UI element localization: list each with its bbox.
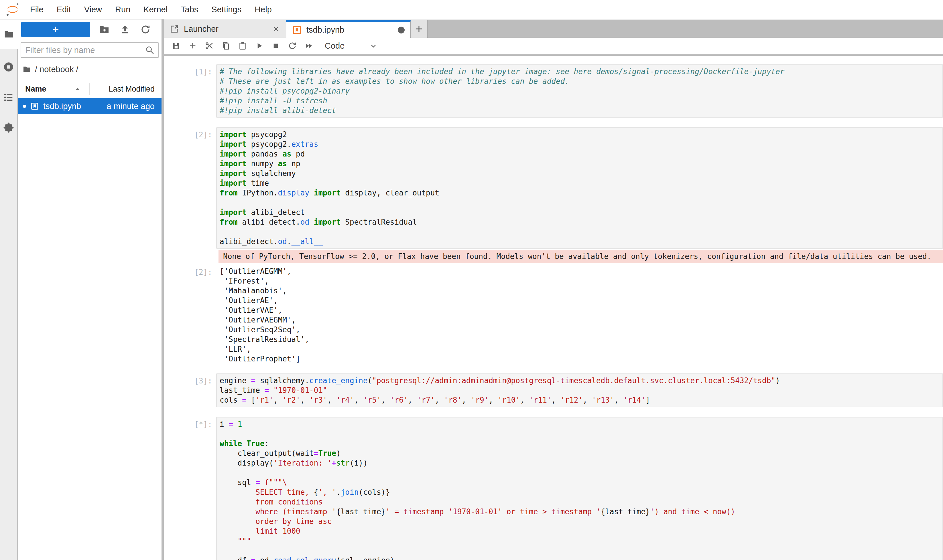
sidebar-tab-running-sessions[interactable] — [0, 52, 17, 82]
restart-run-all-button[interactable] — [301, 38, 317, 53]
menu-item-help[interactable]: Help — [248, 5, 278, 14]
output-lines: ['OutlierAEGMM', 'IForest', 'Mahalanobis… — [220, 266, 941, 364]
code-line: clear_output(wait=True) — [220, 448, 940, 458]
chevron-down-icon — [369, 42, 378, 50]
code-line: # The following libraries have already b… — [220, 67, 940, 76]
close-tab-icon[interactable] — [272, 25, 280, 33]
tab-bar: Launcher tsdb.ipynb — [164, 20, 943, 38]
menu-item-kernel[interactable]: Kernel — [137, 5, 174, 14]
code-cell: [2]:import psycopg2import psycopg2.extra… — [166, 127, 943, 249]
list-icon — [3, 92, 14, 103]
tab-label: Launcher — [184, 24, 219, 34]
code-line: while True: — [220, 438, 940, 448]
output-line: 'SpectralResidual', — [220, 334, 941, 344]
menu-bar: File Edit View Run Kernel Tabs Settings … — [0, 0, 943, 20]
file-filter-input[interactable] — [25, 45, 145, 55]
code-line: # These are just left in as examples to … — [220, 76, 940, 86]
add-cell-button[interactable] — [184, 38, 201, 53]
sidebar-splitter[interactable] — [162, 20, 164, 560]
code-line: from conditions — [220, 497, 940, 507]
code-line: i = 1 — [220, 419, 940, 429]
code-cell-editor[interactable]: # The following libraries have already b… — [216, 65, 943, 118]
output-line: 'OutlierVAE', — [220, 305, 941, 315]
left-sidebar-tabs — [0, 20, 18, 560]
menu-item-view[interactable]: View — [77, 5, 108, 14]
tab-launcher[interactable]: Launcher — [164, 20, 286, 38]
main-area: Launcher tsdb.ipynb — [164, 20, 943, 560]
notebook-cells: [1]:# The following libraries have alrea… — [164, 56, 943, 560]
copy-cells-button[interactable] — [218, 38, 234, 53]
folder-icon — [3, 29, 14, 40]
code-cell-editor[interactable]: import psycopg2import psycopg2.extrasimp… — [216, 127, 943, 249]
code-line: cols = ['r1', 'r2', 'r3', 'r4', 'r5', 'r… — [220, 395, 940, 405]
code-editor-lines: import psycopg2import psycopg2.extrasimp… — [220, 130, 940, 246]
code-editor-lines: engine = sqlalchemy.create_engine("postg… — [220, 376, 940, 405]
search-icon — [145, 45, 154, 55]
refresh-button[interactable] — [139, 23, 152, 36]
stop-circle-icon — [3, 61, 14, 73]
paste-cells-button[interactable] — [234, 38, 251, 53]
code-cell: [1]:# The following libraries have alrea… — [166, 65, 943, 118]
output-line: 'LLR', — [220, 344, 941, 354]
puzzle-icon — [3, 122, 14, 133]
notebook-file-icon — [30, 102, 39, 111]
output-stderr: None of PyTorch, TensorFlow >= 2.0, or F… — [219, 250, 943, 263]
menu-item-file[interactable]: File — [23, 5, 50, 14]
code-editor-lines: i = 1 while True: clear_output(wait=True… — [220, 419, 940, 560]
code-line: alibi_detect.od.__all__ — [220, 237, 940, 246]
new-folder-button[interactable] — [98, 23, 111, 36]
column-header-name[interactable]: Name — [25, 85, 46, 94]
code-line: #!pip install alibi-detect — [220, 106, 940, 115]
code-line — [220, 227, 940, 237]
code-line: #!pip install -U tsfresh — [220, 96, 940, 106]
column-header-last-modified[interactable]: Last Modified — [108, 85, 154, 94]
notebook-scroll-area[interactable]: [1]:# The following libraries have alrea… — [164, 56, 943, 560]
cell-type-dropdown[interactable]: Code — [325, 41, 378, 51]
code-line — [220, 429, 940, 438]
file-modified: a minute ago — [106, 102, 154, 111]
run-cell-button[interactable] — [251, 38, 267, 53]
cell-input-prompt: [2]: — [166, 127, 216, 249]
file-browser-panel: + / notebook / Name Last Modified — [18, 20, 162, 560]
tab-tsdb-notebook[interactable]: tsdb.ipynb — [286, 20, 411, 38]
sort-ascending-icon — [74, 85, 81, 93]
code-line: import sqlalchemy — [220, 169, 940, 178]
notebook-icon — [292, 25, 302, 35]
code-cell: [*]:i = 1 while True: clear_output(wait=… — [166, 417, 943, 560]
file-list-header: Name Last Modified — [18, 80, 162, 98]
interrupt-kernel-button[interactable] — [267, 38, 284, 53]
sidebar-tab-extension-manager[interactable] — [0, 112, 17, 143]
menu-item-run[interactable]: Run — [108, 5, 137, 14]
cell-input-prompt: [3]: — [166, 374, 216, 407]
home-folder-icon[interactable] — [22, 65, 31, 74]
menu-item-edit[interactable]: Edit — [50, 5, 77, 14]
output-line: ['OutlierAEGMM', — [220, 266, 941, 276]
file-list-item[interactable]: tsdb.ipynb a minute ago — [18, 98, 162, 114]
upload-button[interactable] — [119, 23, 131, 36]
code-line: from alibi_detect.od import SpectralResi… — [220, 217, 940, 227]
output-line: 'OutlierAE', — [220, 295, 941, 305]
code-line: import time — [220, 178, 940, 188]
code-line — [220, 546, 940, 555]
cut-cells-button[interactable] — [201, 38, 218, 53]
code-line: engine = sqlalchemy.create_engine("postg… — [220, 376, 940, 385]
new-tab-button[interactable] — [411, 20, 428, 38]
restart-kernel-button[interactable] — [284, 38, 301, 53]
save-button[interactable] — [168, 38, 184, 53]
menu-item-settings[interactable]: Settings — [205, 5, 248, 14]
sidebar-tab-table-of-contents[interactable] — [0, 82, 17, 112]
code-cell-editor[interactable]: engine = sqlalchemy.create_engine("postg… — [216, 374, 943, 407]
code-line: last_time = "1970-01-01" — [220, 385, 940, 395]
sidebar-tab-file-browser[interactable] — [0, 20, 18, 49]
code-line: where (timestamp '{last_time}' = timesta… — [220, 507, 940, 517]
tab-label: tsdb.ipynb — [306, 25, 344, 35]
code-line: df = pd.read_sql_query(sql, engine) — [220, 555, 940, 560]
code-line: limit 1000 — [220, 526, 940, 536]
code-cell-editor[interactable]: i = 1 while True: clear_output(wait=True… — [216, 417, 943, 560]
new-launcher-button[interactable]: + — [21, 22, 90, 37]
menu-items: File Edit View Run Kernel Tabs Settings … — [23, 5, 278, 14]
menu-item-tabs[interactable]: Tabs — [174, 5, 205, 14]
breadcrumb-path[interactable]: / notebook / — [35, 65, 79, 74]
breadcrumb: / notebook / — [22, 63, 162, 75]
code-line: """ — [220, 536, 940, 546]
